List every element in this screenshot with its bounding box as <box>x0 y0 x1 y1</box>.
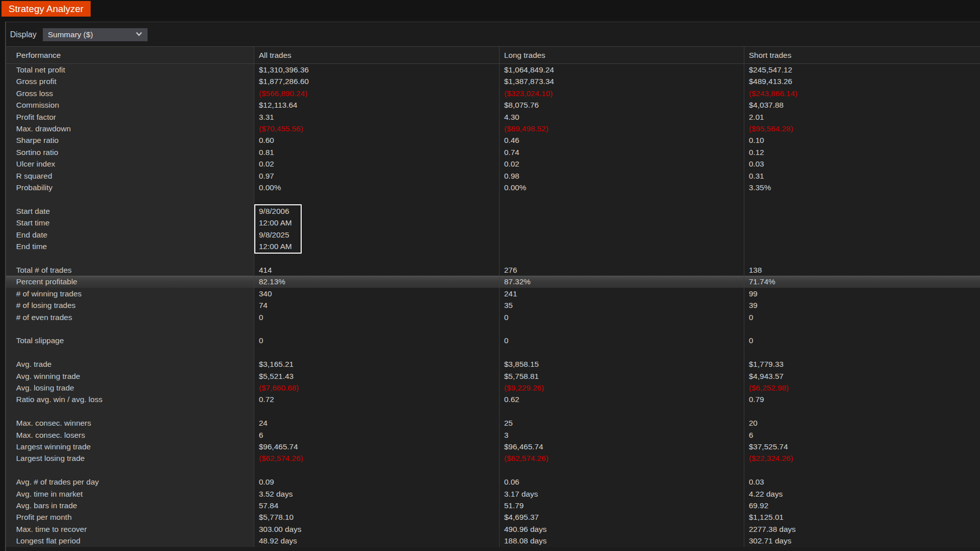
cell-short-trades: 6 <box>744 429 980 441</box>
cell-value: Ratio avg. win / avg. loss <box>16 395 102 404</box>
table-row[interactable]: Max. consec. losers636 <box>6 429 980 441</box>
row-label <box>6 323 254 335</box>
cell-all-trades <box>254 253 500 264</box>
cell-value: Ulcer index <box>16 160 55 168</box>
cell-value: 0 <box>504 336 509 345</box>
table-row[interactable]: End date9/8/2025 <box>6 229 980 241</box>
tab-strategy-analyzer[interactable]: Strategy Analyzer <box>2 1 91 17</box>
cell-value: ($243,866.14) <box>749 89 798 98</box>
table-row <box>6 464 980 476</box>
table-row[interactable]: Avg. winning trade$5,521.43$5,758.81$4,9… <box>6 370 980 382</box>
cell-all-trades: ($62,574.26) <box>254 452 500 464</box>
table-row[interactable]: Ratio avg. win / avg. loss0.720.620.79 <box>6 393 980 405</box>
table-row[interactable]: Max. time to recover303.00 days490.96 da… <box>6 523 980 535</box>
table-row[interactable]: Total net profit$1,310,396.36$1,064,849.… <box>6 64 980 75</box>
row-label: Sortino ratio <box>6 146 254 158</box>
table-row[interactable]: Avg. losing trade($7,660.68)($9,229.26)(… <box>6 382 980 393</box>
table-row[interactable]: Avg. # of trades per day0.090.060.03 <box>6 476 980 488</box>
cell-short-trades: 0.12 <box>744 146 980 158</box>
cell-value: $5,778.10 <box>259 513 294 521</box>
table-row[interactable]: Sortino ratio0.810.740.12 <box>6 146 980 158</box>
row-label: Largest winning trade <box>6 441 254 452</box>
table-row[interactable]: Profit factor3.314.302.01 <box>6 111 980 123</box>
table-row[interactable]: # of even trades000 <box>6 311 980 323</box>
table-row[interactable]: Avg. time in market3.52 days3.17 days4.2… <box>6 488 980 500</box>
cell-short-trades: ($95,564.28) <box>744 123 980 134</box>
table-row[interactable]: Percent profitable82.13%87.32%71.74% <box>6 276 980 287</box>
cell-value: $4,695.37 <box>504 513 539 521</box>
cell-value: 39 <box>749 301 757 309</box>
table-row[interactable]: Max. consec. winners242520 <box>6 417 980 429</box>
cell-all-trades: 0.81 <box>254 146 500 158</box>
table-row[interactable]: Ulcer index0.020.020.03 <box>6 158 980 170</box>
row-label: End time <box>6 241 254 252</box>
table-row[interactable]: Longest flat period48.92 days188.08 days… <box>6 535 980 546</box>
cell-all-trades: 9/8/2006 <box>254 205 500 217</box>
cell-short-trades <box>744 464 980 476</box>
table-row[interactable]: Largest winning trade$96,465.74$96,465.7… <box>6 441 980 452</box>
table-row[interactable]: Profit per month$5,778.10$4,695.37$1,125… <box>6 511 980 523</box>
row-label <box>6 406 254 417</box>
table-row[interactable]: Start date9/8/2006 <box>6 205 980 217</box>
table-row[interactable]: Gross profit$1,877,286.60$1,387,873.34$4… <box>6 75 980 87</box>
cell-value: Max. consec. winners <box>16 419 91 427</box>
cell-value: 138 <box>749 266 762 274</box>
cell-long-trades <box>500 464 744 476</box>
table-row[interactable]: # of losing trades743539 <box>6 299 980 311</box>
table-row[interactable]: Total slippage000 <box>6 335 980 346</box>
cell-all-trades: $12,113.64 <box>254 99 500 111</box>
cell-value: 0.09 <box>259 478 274 486</box>
table-row[interactable]: R squared0.970.980.31 <box>6 170 980 182</box>
cell-value: 0.60 <box>259 136 274 144</box>
row-label: Ulcer index <box>6 158 254 170</box>
table-row[interactable]: Probability0.00%0.00%3.35% <box>6 182 980 193</box>
table-row[interactable]: Largest losing trade($62,574.26)($62,574… <box>6 452 980 464</box>
cell-value: $1,387,873.34 <box>504 77 554 86</box>
table-row[interactable]: End time12:00 AM <box>6 241 980 252</box>
cell-value: $8,075.76 <box>504 101 539 109</box>
cell-value: 74 <box>259 301 267 309</box>
table-row[interactable]: Total # of trades414276138 <box>6 264 980 276</box>
cell-all-trades: ($7,660.68) <box>254 382 500 393</box>
table-row[interactable]: Commission$12,113.64$8,075.76$4,037.88 <box>6 99 980 111</box>
cell-value: ($9,229.26) <box>504 383 544 392</box>
cell-short-trades: 138 <box>744 264 980 276</box>
table-row[interactable]: Max. drawdown($70,455.56)($69,498.52)($9… <box>6 123 980 134</box>
row-label: Avg. time in market <box>6 488 254 500</box>
cell-value: 0.03 <box>749 160 764 168</box>
cell-long-trades: 87.32% <box>500 276 744 287</box>
row-label <box>6 464 254 476</box>
cell-long-trades: 3.17 days <box>500 488 744 500</box>
cell-all-trades <box>254 464 500 476</box>
cell-long-trades <box>500 193 744 205</box>
cell-all-trades: 12:00 AM <box>254 241 500 252</box>
cell-value: ($7,660.68) <box>259 383 299 392</box>
cell-all-trades: 57.84 <box>254 500 500 511</box>
tab-title: Strategy Analyzer <box>9 4 84 14</box>
cell-all-trades: 74 <box>254 299 500 311</box>
cell-value: End time <box>16 242 47 251</box>
display-dropdown-value: Summary ($) <box>48 28 135 41</box>
row-label: Profit factor <box>6 111 254 123</box>
table-row[interactable]: Gross loss($566,890.24)($323,024.10)($24… <box>6 88 980 99</box>
cell-value: 0.31 <box>749 172 764 180</box>
cell-long-trades: 3 <box>500 429 744 441</box>
table-row[interactable]: Avg. trade$3,165.21$3,858.15$1,779.33 <box>6 358 980 370</box>
table-row[interactable]: # of winning trades34024199 <box>6 288 980 299</box>
table-row[interactable]: Start time12:00 AM <box>6 217 980 228</box>
cell-value: 0.00% <box>259 183 281 192</box>
cell-long-trades: $4,695.37 <box>500 511 744 523</box>
cell-value: 3.31 <box>259 113 274 121</box>
cell-value: 51.79 <box>504 501 524 510</box>
cell-short-trades: 39 <box>744 299 980 311</box>
table-row[interactable]: Avg. bars in trade57.8451.7969.92 <box>6 500 980 511</box>
table-row[interactable]: Sharpe ratio0.600.460.10 <box>6 134 980 146</box>
cell-short-trades: ($243,866.14) <box>744 88 980 99</box>
row-label: Start date <box>6 205 254 217</box>
cell-value: $5,521.43 <box>259 372 294 380</box>
display-dropdown[interactable]: Summary ($) <box>43 28 148 41</box>
cell-long-trades <box>500 229 744 241</box>
cell-value: 57.84 <box>259 501 278 510</box>
cell-value: 12:00 AM <box>259 242 292 251</box>
cell-value: ($62,574.26) <box>504 454 548 462</box>
